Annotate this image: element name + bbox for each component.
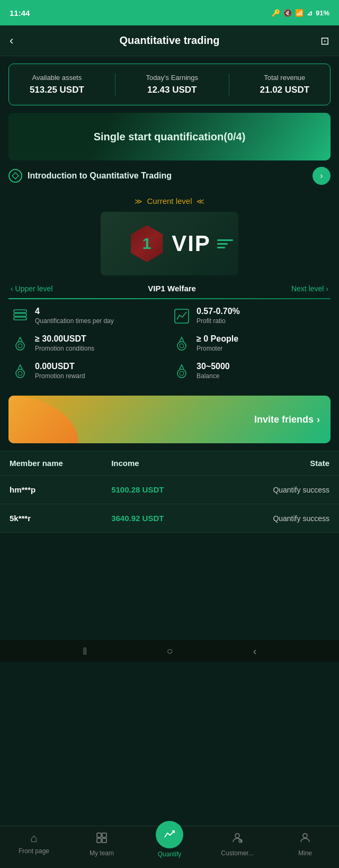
chart-icon <box>172 307 191 326</box>
member-name-1: hm***p <box>10 485 111 494</box>
battery-label: 91% <box>316 9 329 17</box>
member-income-1: 5100.28 USDT <box>111 485 228 494</box>
vip-hexagon: 1 <box>128 225 165 262</box>
current-level-header: ≫ Current level ≪ <box>8 196 331 205</box>
welfare-item-promo-reward: 0.00USDT Promotion reward <box>11 362 167 381</box>
intro-label: Introduction to Quantitative Trading <box>28 171 172 181</box>
customer-svg-icon <box>231 831 244 844</box>
todays-earnings: Today's Earnings 12.43 USDT <box>146 74 198 95</box>
welfare-promoter-desc: Promoter <box>197 345 238 352</box>
team-icon <box>95 831 108 847</box>
welfare-balance-value: 30~5000 <box>197 362 230 371</box>
welfare-profit-value: 0.57-0.70% <box>197 307 240 316</box>
welfare-quantification-value: 4 <box>35 307 114 316</box>
intro-left: Introduction to Quantitative Trading <box>8 169 172 183</box>
mine-icon <box>299 831 311 847</box>
welfare-profit-desc: Profit ratio <box>197 317 240 325</box>
svg-rect-16 <box>102 838 106 843</box>
nav-my-team[interactable]: My team <box>68 831 136 857</box>
vip-badge: 1 VIP <box>101 212 238 275</box>
quantify-icon <box>163 828 176 842</box>
current-level-label: Current level <box>147 196 192 205</box>
nav-quantify[interactable]: Quantify <box>136 831 203 858</box>
welfare-title: VIP1 Welfare <box>148 284 196 293</box>
intro-arrow-button[interactable]: › <box>313 167 331 185</box>
revenue-value: 21.02 USDT <box>260 85 310 95</box>
svg-rect-2 <box>14 314 26 316</box>
medal-icon-1 <box>11 334 30 353</box>
svg-point-17 <box>235 834 239 838</box>
gesture-home-icon[interactable]: ○ <box>167 645 173 657</box>
gesture-bar: ⦀ ○ ‹ <box>0 640 339 662</box>
key-icon: 🔑 <box>272 9 280 17</box>
chevron-right-icon: › <box>320 171 323 181</box>
divider-1 <box>115 74 115 95</box>
nav-quantify-label: Quantify <box>158 851 182 858</box>
nav-mine[interactable]: Mine <box>271 831 339 857</box>
svg-rect-15 <box>97 838 101 843</box>
earnings-value: 12.43 USDT <box>146 85 198 95</box>
nav-customer-label: Customer... <box>221 849 253 857</box>
vip-line-1 <box>217 239 233 241</box>
col-header-income: Income <box>111 459 228 468</box>
diamond-icon <box>12 172 19 180</box>
member-table-header: Member name Income State <box>0 451 339 476</box>
vip-line-2 <box>217 243 228 245</box>
back-button[interactable]: ‹ <box>10 34 26 48</box>
welfare-quantification-content: 4 Quantification times per day <box>35 307 114 325</box>
bottom-spacer <box>0 533 339 597</box>
welfare-promoter-content: ≥ 0 People Promoter <box>197 334 238 352</box>
signal-icon: ⊿ <box>307 9 313 17</box>
svg-rect-14 <box>102 833 106 837</box>
invite-text: Invite friends › <box>254 414 320 425</box>
mine-svg-icon <box>299 831 311 844</box>
svg-point-6 <box>18 344 22 348</box>
welfare-promo-conditions-value: ≥ 30.00USDT <box>35 334 94 344</box>
welfare-item-balance: 30~5000 Balance <box>172 362 328 381</box>
home-icon: ⌂ <box>30 831 37 845</box>
decoration-left: ≫ <box>135 197 142 205</box>
svg-point-9 <box>16 369 24 378</box>
customer-icon <box>231 831 244 847</box>
history-icon[interactable]: ⊡ <box>313 34 329 47</box>
divider-2 <box>229 74 229 95</box>
trend-icon <box>173 308 190 325</box>
available-assets: Available assets 513.25 USDT <box>30 74 84 95</box>
svg-point-7 <box>177 342 186 350</box>
vip-decorative-lines <box>217 239 233 248</box>
gesture-menu-icon[interactable]: ⦀ <box>83 645 87 657</box>
nav-front-page[interactable]: ⌂ Front page <box>0 831 68 855</box>
award-icon-2 <box>173 335 190 352</box>
welfare-nav: ‹ Upper level VIP1 Welfare Next level › <box>8 284 331 293</box>
upper-level-button[interactable]: ‹ Upper level <box>11 284 52 293</box>
table-row: 5k***r 3640.92 USDT Quantify success <box>0 504 339 533</box>
assets-card: Available assets 513.25 USDT Today's Ear… <box>8 64 331 105</box>
available-assets-value: 513.25 USDT <box>30 85 84 95</box>
invite-illustration <box>8 396 125 443</box>
bottom-nav: ⌂ Front page My team Quantify <box>0 826 339 868</box>
vip-text: VIP <box>172 231 211 256</box>
status-icons: 🔑 🔇 📶 ⊿ 91% <box>272 9 329 17</box>
status-time: 11:44 <box>10 8 30 17</box>
page-title: Quantitative trading <box>26 34 313 47</box>
quantification-banner[interactable]: Single start quantification(0/4) <box>8 113 331 160</box>
current-level-section: ≫ Current level ≪ 1 VIP ‹ Upper level VI… <box>0 191 339 386</box>
gesture-back-icon[interactable]: ‹ <box>253 645 257 657</box>
intro-row: Introduction to Quantitative Trading › <box>8 167 331 185</box>
svg-point-5 <box>16 342 24 350</box>
member-table: Member name Income State hm***p 5100.28 … <box>0 451 339 533</box>
svg-rect-3 <box>14 310 26 312</box>
member-state-2: Quantify success <box>228 514 329 523</box>
welfare-promo-reward-content: 0.00USDT Promotion reward <box>35 362 85 380</box>
nav-customer[interactable]: Customer... <box>203 831 271 857</box>
next-level-button[interactable]: Next level › <box>291 284 328 293</box>
invite-label: Invite friends <box>254 414 314 425</box>
svg-point-10 <box>18 371 22 375</box>
svg-rect-4 <box>175 309 189 323</box>
invite-friends-banner[interactable]: Invite friends › <box>8 396 331 443</box>
member-income-2: 3640.92 USDT <box>111 514 228 523</box>
vip-badge-container: 1 VIP <box>8 212 331 275</box>
col-header-state: State <box>228 459 329 468</box>
vip-line-3 <box>217 247 225 248</box>
welfare-quantification-desc: Quantification times per day <box>35 317 114 325</box>
